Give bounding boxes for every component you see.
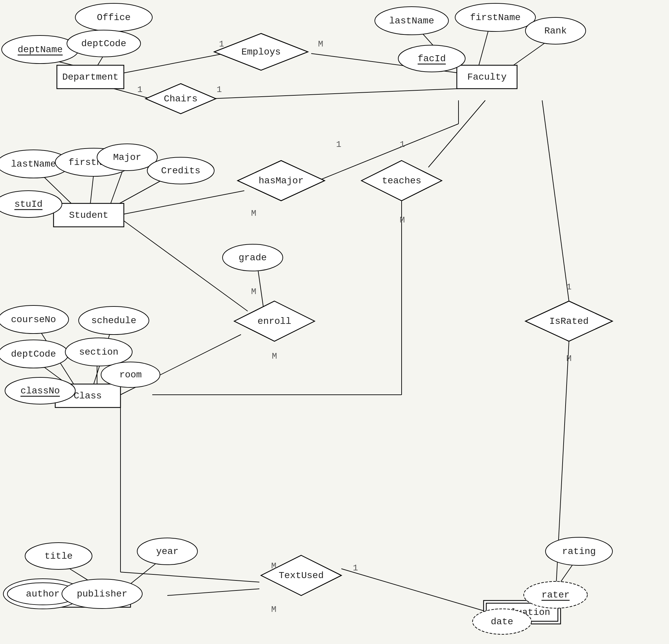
attr-lastname-fac-label: lastName (389, 16, 434, 26)
mult-employs-m: M (318, 39, 323, 49)
relationship-hasmajor-label: hasMajor (259, 176, 303, 186)
mult-israted-1: 1 (566, 282, 572, 292)
er-diagram: Department Faculty Student Class Textboo… (0, 0, 669, 644)
mult-chairs-1b: 1 (216, 85, 222, 95)
attr-rating-ev-label: rating (562, 546, 596, 557)
attr-facid-label: facId (418, 54, 446, 64)
mult-israted-m: M (566, 354, 572, 364)
attr-section-label: section (79, 347, 118, 357)
attr-deptcode-cls-label: deptCode (11, 349, 56, 359)
mult-textused-1-ev: 1 (353, 563, 358, 573)
attr-credits-label: Credits (161, 166, 200, 176)
attr-deptcode-label: deptCode (81, 39, 126, 49)
mult-teaches-m: M (400, 215, 405, 225)
entity-faculty-label: Faculty (467, 72, 507, 82)
relationship-textused-label: TextUsed (279, 570, 324, 581)
relationship-chairs-label: Chairs (164, 94, 198, 104)
mult-hasmajor-1: 1 (336, 140, 341, 149)
mult-teaches-1: 1 (400, 140, 405, 149)
attr-year-tb-label: year (156, 546, 179, 557)
mult-employs-1: 1 (219, 39, 224, 49)
mult-hasmajor-m: M (251, 209, 256, 218)
attr-title-tb-label: title (44, 551, 73, 561)
attr-firstname-fac-label: firstName (470, 12, 521, 23)
attr-rank-label: Rank (544, 26, 567, 36)
attr-author-label: author (26, 589, 60, 599)
mult-enroll-m-stu: M (251, 287, 256, 297)
attr-major-label: Major (113, 152, 141, 162)
mult-chairs-1a: 1 (137, 85, 143, 95)
attr-date-ev-label: date (490, 617, 513, 627)
attr-deptname-label: deptName (18, 44, 62, 55)
attr-schedule-label: schedule (91, 315, 136, 326)
attr-room-label: room (119, 370, 142, 380)
attr-grade-label: grade (239, 253, 267, 263)
attr-courseno-label: courseNo (11, 314, 56, 325)
mult-textused-m-tb: M (271, 604, 276, 615)
attr-lastname-stu-label: lastName (11, 159, 56, 169)
attr-rater-ev-label: rater (541, 590, 570, 600)
relationship-employs-label: Employs (241, 47, 281, 57)
mult-enroll-m-cls: M (272, 351, 277, 361)
entity-class-label: Class (74, 391, 102, 401)
relationship-enroll-label: enroll (258, 316, 291, 327)
mult-textused-m-cls: M (271, 561, 276, 571)
attr-stuid-label: stuId (14, 199, 43, 210)
relationship-teaches-label: teaches (382, 176, 421, 186)
attr-publisher-tb-label: publisher (77, 589, 127, 599)
relationship-israted-label: IsRated (549, 316, 589, 327)
entity-department-label: Department (62, 72, 118, 82)
attr-office-label: Office (97, 12, 131, 23)
entity-student-label: Student (69, 210, 109, 220)
attr-classno-label: classNo (20, 386, 60, 396)
